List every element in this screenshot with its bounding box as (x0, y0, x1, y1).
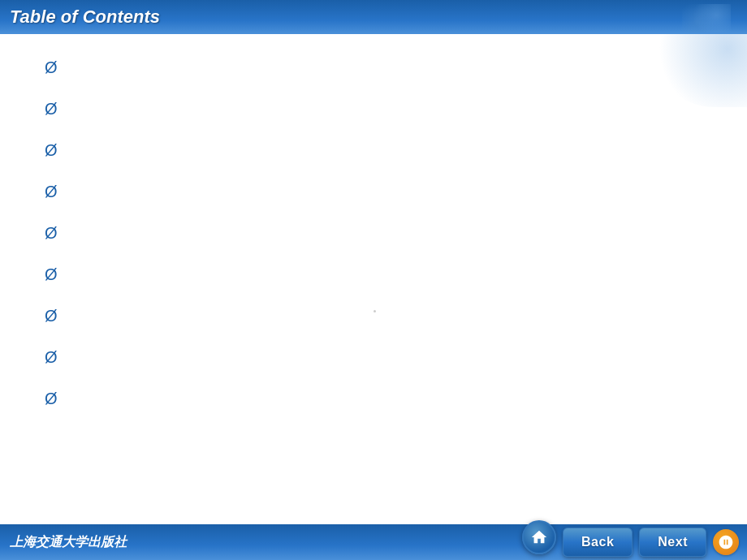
header-bar: Table of Contents (0, 0, 747, 34)
publisher-logo (713, 529, 739, 555)
list-item[interactable]: Ø (45, 307, 747, 325)
toc-item-icon-4: Ø (45, 183, 64, 201)
list-item[interactable]: Ø (45, 183, 747, 201)
next-button[interactable]: Next (639, 528, 706, 557)
back-button[interactable]: Back (563, 528, 633, 557)
footer-bar: 上海交通大学出版社 Back Next (0, 524, 747, 560)
list-item[interactable]: Ø (45, 348, 747, 367)
toc-item-icon-8: Ø (45, 348, 64, 367)
home-icon (530, 528, 548, 546)
list-item[interactable]: Ø (45, 141, 747, 160)
toc-item-icon-1: Ø (45, 58, 64, 77)
toc-item-icon-7: Ø (45, 307, 64, 325)
main-content: Ø Ø Ø Ø Ø Ø Ø Ø Ø (0, 34, 747, 524)
list-item[interactable]: Ø (45, 224, 747, 243)
list-item[interactable]: Ø (45, 265, 747, 284)
toc-list: Ø Ø Ø Ø Ø Ø Ø Ø Ø (0, 34, 747, 408)
list-item[interactable]: Ø (45, 390, 747, 408)
navigation-controls: Back Next (522, 524, 739, 560)
publisher-label: 上海交通大学出版社 (10, 534, 127, 551)
logo-icon (718, 534, 734, 550)
home-button[interactable] (522, 520, 556, 554)
list-item[interactable]: Ø (45, 100, 747, 118)
toc-item-icon-6: Ø (45, 265, 64, 284)
toc-item-icon-3: Ø (45, 141, 64, 160)
toc-item-icon-2: Ø (45, 100, 64, 118)
page-title: Table of Contents (10, 6, 160, 28)
list-item[interactable]: Ø (45, 58, 747, 77)
toc-item-icon-5: Ø (45, 224, 64, 243)
center-dot (374, 310, 376, 312)
toc-item-icon-9: Ø (45, 390, 64, 408)
